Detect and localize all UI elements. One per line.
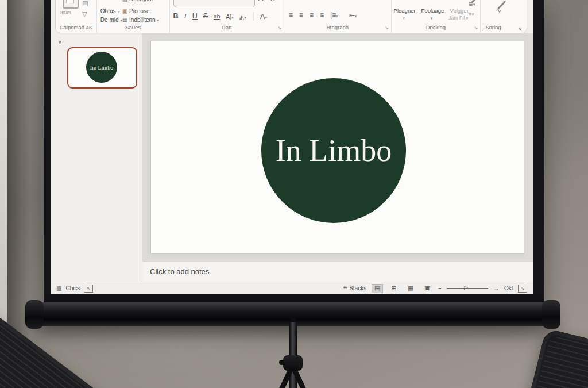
selection-box-icon[interactable]: ↖ — [84, 285, 93, 293]
drawing-dialog-launcher-icon[interactable]: ↘ — [474, 25, 478, 32]
chevron-down-icon: ▾ — [231, 16, 234, 20]
format-painter-icon[interactable]: ▽ — [82, 10, 87, 18]
designer-button[interactable]: Pleagner — [394, 7, 416, 14]
clipboard-group-body: Int/m ▥ ▤ ▽ — [56, 0, 96, 24]
roller-bar-end-cap-right — [542, 300, 560, 329]
slide-thumbnail-panel: v Im Limbo — [51, 33, 142, 282]
layout-button[interactable]: De mid ▾ — [100, 17, 122, 23]
zoom-slider-handle-icon[interactable]: ▷ — [464, 285, 468, 290]
zoom-slider[interactable]: ▷ — [447, 288, 488, 289]
slides-group-body: ▤ Deergnal Ohtus ∨ De mid ▾ ▣ — [97, 0, 169, 24]
roller-bar-end-cap-left — [25, 300, 44, 329]
ribbon: Int/m ▥ ▤ ▽ Chipomad 4K ▤ D — [55, 0, 527, 33]
thumbnail-logo-text: Im Limbo — [90, 64, 113, 71]
italic-button[interactable]: I — [184, 12, 187, 21]
zoom-in-arrow-icon[interactable]: → — [493, 285, 499, 291]
design-icon: ▤ — [122, 0, 127, 2]
ribbon-group-slides: ▤ Deergnal Ohtus ∨ De mid ▾ ▣ — [97, 0, 170, 33]
font-group-label: Dart ↘ — [170, 24, 284, 33]
character-spacing-button[interactable]: ab — [214, 13, 220, 20]
align-left-button[interactable]: ≡ — [289, 11, 293, 19]
slide-indicator: Chics — [65, 285, 80, 291]
strikethrough-button[interactable]: S — [203, 12, 208, 20]
paragraph-dialog-launcher-icon[interactable]: ↘ — [385, 25, 389, 32]
drawing-group-label: Dricking ↘ — [392, 24, 481, 33]
paste-options-label[interactable]: Int/m — [60, 10, 71, 16]
chevron-down-icon: ▾ — [466, 16, 469, 20]
normal-view-button[interactable]: ▤ — [372, 284, 383, 293]
projector-screen-frame: Int/m ▥ ▤ ▽ Chipomad 4K ▤ D — [44, 0, 544, 314]
text-direction-button[interactable]: ⇤▾ — [349, 11, 357, 19]
bold-button[interactable]: B — [173, 12, 179, 20]
presentation-app-window: Int/m ▥ ▤ ▽ Chipomad 4K ▤ D — [51, 0, 533, 294]
zoom-level: Okl — [504, 285, 513, 291]
font-color-button[interactable]: A▾ — [260, 11, 267, 21]
clipboard-group-label: Chipomad 4K — [56, 24, 96, 33]
table-icon: ▦ — [122, 17, 127, 23]
font-name-combobox[interactable] — [173, 0, 255, 7]
arrange-button[interactable]: Volgger — [450, 7, 469, 14]
notes-pane[interactable]: Click to add notes — [143, 262, 533, 282]
chevron-down-icon[interactable]: ▾ — [431, 16, 433, 21]
new-slide-button[interactable]: Ohtus ∨ — [100, 8, 121, 14]
status-bar-right: ≞ Stacks ▤ ⊞ ▦ ▣ − ▷ → Okl ↘ — [343, 284, 527, 293]
table-button[interactable]: ▦ Indbilitenn ▾ — [122, 17, 159, 23]
ribbon-group-clipboard: Int/m ▥ ▤ ▽ Chipomad 4K — [56, 0, 97, 33]
paragraph-group-body: ≡▾ ≡▾ ≣ ≦ ⇄ ≡ ≡ ≡ ≡ |≡▾ ⇤▾ — [284, 0, 391, 24]
text-effects-button[interactable]: ◭▾ — [239, 11, 246, 21]
slide-1-thumbnail[interactable]: Im Limbo — [67, 47, 137, 89]
editing-group-label: Soring ∨ — [481, 24, 527, 33]
copy-icon[interactable]: ▤ — [82, 0, 88, 7]
zoom-out-button[interactable]: − — [438, 285, 442, 291]
picture-icon: ▣ — [122, 8, 127, 14]
tripod-hub — [283, 355, 303, 371]
podium-icon: ≞ — [343, 285, 347, 291]
designer-top-button[interactable]: ▤ Deergnal — [122, 0, 153, 2]
align-right-button[interactable]: ≡ — [310, 11, 314, 19]
font-group-body: A A B I U S ab A]▾ ◭▾ — [170, 0, 284, 24]
notes-page-icon[interactable]: ▤ — [56, 285, 61, 291]
status-bar: ▤ Chics ↖ ≞ Stacks ▤ ⊞ ▦ ▣ − ▷ → — [51, 282, 533, 294]
ink-squiggle-icon: ∿ — [496, 6, 501, 14]
increase-font-size-button[interactable]: A — [258, 0, 264, 2]
slide[interactable]: In Limbo — [150, 41, 524, 254]
underline-button[interactable]: U — [192, 12, 198, 20]
chevron-down-icon: ▾ — [244, 16, 246, 20]
picture-button[interactable]: ▣ Picouse — [122, 8, 150, 14]
columns-button[interactable]: |≡▾ — [330, 11, 338, 19]
decrease-font-size-button[interactable]: A — [271, 0, 275, 2]
editing-group-body: ∿ — [481, 0, 527, 24]
ribbon-group-editing: ∿ Soring ∨ — [481, 0, 527, 33]
quick-styles-button[interactable]: ≣▾ — [469, 1, 475, 7]
thumbnail-logo-circle: Im Limbo — [86, 52, 117, 83]
collapse-ribbon-chevron-icon[interactable]: ∨ — [518, 25, 522, 32]
clipboard-badge: 4K — [86, 24, 93, 30]
slide-logo-circle[interactable]: In Limbo — [261, 78, 406, 223]
ribbon-group-drawing: ◷ Pleagner ▾ ▰ Foolaage ▾ Volgger Jam Fi… — [392, 0, 481, 33]
align-center-button[interactable]: ≡ — [299, 11, 303, 19]
slide-title-text: In Limbo — [276, 133, 392, 168]
text-size-tag-button[interactable]: A]▾ — [226, 11, 233, 21]
fit-slide-to-window-icon[interactable]: ↘ — [518, 285, 527, 293]
slide-canvas: In Limbo — [142, 33, 533, 262]
chevron-down-icon: ▾ — [157, 18, 159, 22]
shape-fill-button[interactable]: ●▾ — [469, 10, 474, 17]
chevron-down-icon: ∨ — [117, 10, 120, 14]
ribbon-group-paragraph: ≡▾ ≡▾ ≣ ≦ ⇄ ≡ ≡ ≡ ≡ |≡▾ ⇤▾ — [284, 0, 392, 33]
arrange-sub-button[interactable]: Jam Fif ▾ — [449, 15, 469, 21]
font-dialog-launcher-icon[interactable]: ↘ — [277, 25, 281, 32]
slideshow-view-button[interactable]: ▣ — [421, 284, 433, 293]
divider: | — [252, 11, 254, 21]
slide-sorter-view-button[interactable]: ⊞ — [388, 284, 400, 293]
reading-view-button[interactable]: ▦ — [405, 284, 416, 293]
ribbon-group-font: A A B I U S ab A]▾ ◭▾ — [170, 0, 285, 33]
chevron-down-icon[interactable]: ▾ — [403, 16, 405, 21]
text-shadow-icon: ◭ — [239, 13, 244, 20]
align-justify-button[interactable]: ≡ — [320, 11, 324, 19]
shapes-button[interactable]: Foolaage — [421, 7, 444, 14]
paste-icon[interactable] — [63, 0, 79, 9]
chevron-down-icon: ▾ — [265, 16, 267, 20]
slides-group-label: Saues — [97, 24, 169, 33]
notes-toggle-button[interactable]: ≞ Stacks — [343, 285, 366, 291]
align-buttons-row: ≡ ≡ ≡ ≡ |≡▾ ⇤▾ — [289, 11, 357, 19]
